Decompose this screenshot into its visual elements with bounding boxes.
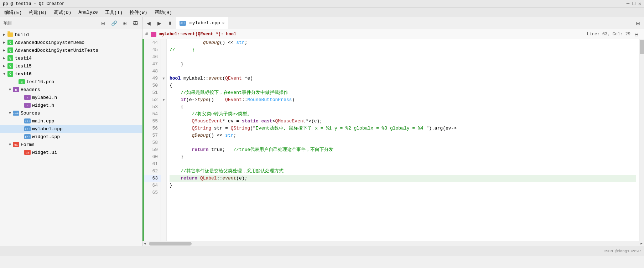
line-number-62: 62 [144,168,161,175]
menu-edit[interactable]: 编辑(E) [1,9,25,16]
snapshot-button[interactable]: ⏸ [165,19,175,28]
h-scroll-thumb[interactable] [149,242,192,246]
tree-label-ads-demo: AdvancedDockingSystemDemo [15,40,84,45]
fold-marker-63 [161,175,166,182]
code-line-58[interactable] [170,139,636,146]
line-number-60: 60 [144,153,161,161]
h-icon-mylabelh: h [24,95,31,100]
back-button[interactable]: ◀ [144,19,153,28]
sidebar-item-headers[interactable]: h Headers [0,86,142,93]
scroll-right-arrow[interactable]: ▶ [639,241,644,246]
fold-marker-61 [161,161,166,168]
menu-widgets[interactable]: 控件(W) [127,9,150,16]
vertical-scrollbar[interactable] [639,39,644,241]
sidebar-item-widgetcpp[interactable]: c++ widget.cpp [0,133,142,141]
sidebar-item-test16[interactable]: Q test16 [0,70,142,78]
sidebar-item-ads-demo[interactable]: Q AdvancedDockingSystemDemo [0,39,142,46]
menu-build[interactable]: 构建(B) [26,9,49,16]
code-line-64[interactable]: } [170,182,636,189]
ui-icon-widgetui: ui [24,150,31,155]
menu-tools[interactable]: 工具(T) [102,9,125,16]
cpp-icon-tab: c++ [180,20,186,26]
code-line-60[interactable]: } [170,153,636,161]
menu-debug[interactable]: 调试(D) [51,9,74,16]
code-line-46[interactable] [170,54,636,61]
code-line-59[interactable]: return true; //true代表用户自己处理这个事件，不向下分发 [170,146,636,153]
breadcrumb-function: myLabel::event(QEvent *): bool [159,32,236,37]
tree-label-headers: Headers [21,87,40,92]
forms-folder-icon: ui [13,142,19,147]
tab-close-button[interactable]: ✕ [222,21,225,25]
split-editor-button[interactable]: ⊟ [632,30,641,39]
horizontal-scrollbar[interactable]: ◀ ▶ [142,241,644,246]
code-line-48[interactable] [170,68,636,75]
scroll-left-arrow[interactable]: ◀ [142,241,147,246]
tree-arrow-test16 [1,71,7,77]
tree-label-mylabelcpp: mylabel.cpp [32,126,63,132]
sidebar-item-mylabelh[interactable]: h mylabel.h [0,93,142,101]
line-number-49: 49 [144,75,161,82]
fold-marker-60 [161,153,166,161]
window-title: pp @ test16 - Qt Creator [3,1,64,6]
code-line-56[interactable]: QString str = QString("Event函数中, 鼠标按下了 x… [170,125,636,132]
sidebar-item-widgeth[interactable]: h widget.h [0,101,142,109]
position-indicator: Line: 63, Col: 29 ⊟ [587,30,641,39]
fold-marker-45 [161,46,166,54]
sidebar-item-widgetui[interactable]: ui widget.ui [0,148,142,156]
tree-label-widgetcpp: widget.cpp [32,134,60,140]
code-line-50[interactable]: { [170,82,636,89]
sidebar-item-mylabelcpp[interactable]: c++ mylabel.cpp [0,125,142,133]
code-line-54[interactable]: //将父类e转为子类ev类型。 [170,111,636,118]
code-line-61[interactable] [170,161,636,168]
sidebar-item-test16pro[interactable]: Q test16.pro [0,78,142,86]
line-number-54: 54 [144,111,161,118]
window-controls[interactable]: ─ □ ✕ [627,1,641,7]
sidebar-tree: build Q AdvancedDockingSystemDemo Q Adva… [0,29,142,246]
code-line-49[interactable]: bool myLabel::event(QEvent *e) [170,75,636,82]
code-line-65[interactable] [170,189,636,196]
forward-button[interactable]: ▶ [155,19,164,28]
sidebar-filter-button[interactable]: ⊟ [99,19,108,28]
split-button[interactable]: ⊟ [633,19,643,28]
sidebar-item-test15[interactable]: Q test15 [0,62,142,70]
code-editor[interactable]: qDebug() << str;// } } bool myLabel::eve… [167,39,639,241]
code-line-51[interactable]: //如果是鼠标按下，在event事件分发中做拦截操作 [170,89,636,96]
code-line-52[interactable]: if(e->type() == QEvent::MouseButtonPress… [170,96,636,103]
code-line-47[interactable]: } [170,61,636,68]
minimize-button[interactable]: ─ [627,1,629,7]
code-line-45[interactable]: // } [170,46,636,54]
titlebar-title: pp @ test16 - Qt Creator [3,1,64,6]
tree-label-mylabelh: mylabel.h [32,95,57,100]
code-line-53[interactable]: { [170,103,636,111]
line-number-65: 65 [144,189,161,196]
sidebar-item-ads-unit[interactable]: Q AdvancedDockingSystemUnitTests [0,46,142,54]
sidebar-item-maincpp[interactable]: c++ main.cpp [0,117,142,125]
close-button[interactable]: ✕ [638,1,641,7]
fold-marker-51 [161,89,166,96]
sidebar-image-button[interactable]: 🖼 [131,19,140,28]
sidebar-item-forms[interactable]: ui Forms [0,141,142,148]
sidebar-add-button[interactable]: ⊞ [120,19,129,28]
fold-marker-49[interactable]: ▼ [161,75,166,82]
line-number-57: 57 [144,132,161,139]
line-number-64: 64 [144,182,161,189]
fold-marker-55 [161,118,166,125]
line-number-61: 61 [144,161,161,168]
sidebar-item-build[interactable]: build [0,31,142,39]
sidebar-item-sources[interactable]: c++ Sources [0,109,142,117]
menu-help[interactable]: 帮助(H) [152,9,175,16]
code-line-57[interactable]: qDebug() << str; [170,132,636,139]
sidebar-item-test14[interactable]: Q test14 [0,54,142,62]
code-line-44[interactable]: qDebug() << str; [170,39,636,46]
code-line-62[interactable]: //其它事件还是交给父类处理，采用默认处理方式 [170,168,636,175]
line-number-55: 55 [144,118,161,125]
tab-mylabelcpp[interactable]: c++ mylabel.cpp ✕ [176,17,228,30]
line-number-58: 58 [144,139,161,146]
line-number-52: 52 [144,96,161,103]
code-line-55[interactable]: QMouseEvent* ev = static_cast<QMouseEven… [170,118,636,125]
sidebar-link-button[interactable]: 🔗 [109,19,119,28]
code-line-63[interactable]: return QLabel::event(e); [170,175,636,182]
fold-marker-52[interactable]: ▼ [161,96,166,103]
menu-analyze[interactable]: Analyze [76,9,101,16]
maximize-button[interactable]: □ [632,1,635,7]
